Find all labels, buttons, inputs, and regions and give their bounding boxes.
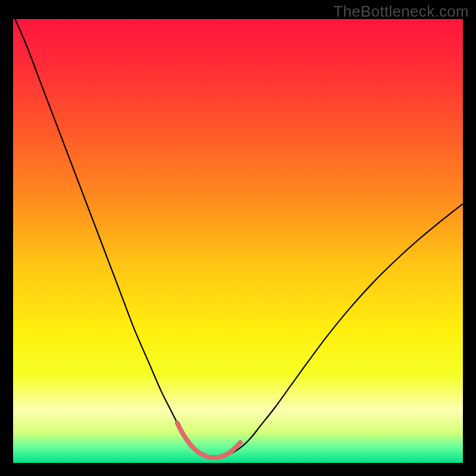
chart-stage: TheBottleneck.com	[0, 0, 476, 476]
chart-canvas	[0, 0, 476, 476]
plot-background	[13, 19, 463, 463]
watermark-text: TheBottleneck.com	[333, 2, 469, 21]
